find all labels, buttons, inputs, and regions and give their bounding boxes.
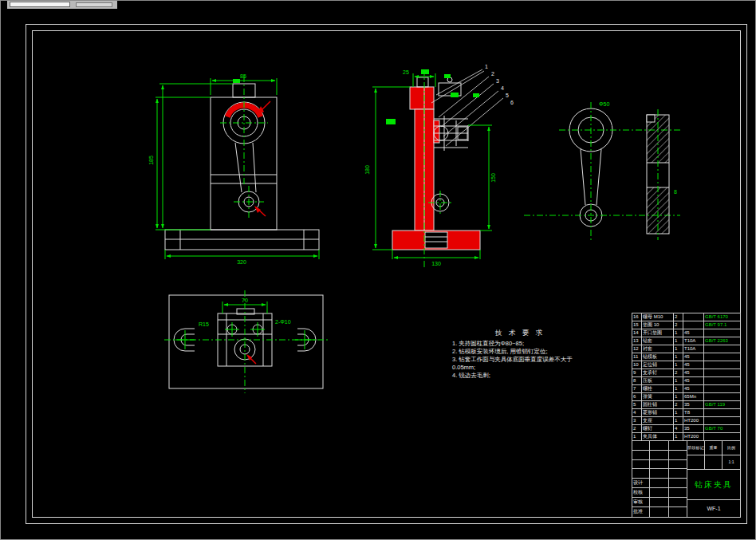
callout-5: 5 xyxy=(506,93,509,98)
bom-name: 钻模板 xyxy=(642,353,674,361)
front-view: 85 185 320 xyxy=(148,73,319,265)
bom-row: 11 钻模板 1 45 xyxy=(632,353,740,361)
bom-no: 9 xyxy=(632,369,642,376)
dim-rod-dia: Φ50 xyxy=(599,101,609,107)
bom-no: 1 xyxy=(632,433,642,440)
bom-note: GB/T 119 xyxy=(704,401,740,408)
bom-name: 开口垫圈 xyxy=(642,329,674,337)
bom-name: 螺母 M10 xyxy=(642,313,674,321)
bom-material: 45 xyxy=(683,369,704,376)
bom-note xyxy=(704,377,740,384)
dim-bar-w: 8 xyxy=(674,189,677,195)
bom-no: 8 xyxy=(632,377,642,384)
dim-plan-right: 2-Φ10 xyxy=(275,319,291,325)
bom-row: 8 压板 1 45 xyxy=(632,377,740,385)
bom-name: 衬套 xyxy=(642,345,674,353)
tech-line: 3. 钻套工作面与夹具体底面垂直度误差不大于 xyxy=(452,356,588,364)
bom-qty: 1 xyxy=(674,353,683,361)
bom-qty: 1 xyxy=(674,337,683,345)
bom-material: 35 xyxy=(683,401,704,408)
bom-row: 2 螺钉 4 35 GB/T 70 xyxy=(632,425,740,433)
bom-material: T10A xyxy=(683,337,704,345)
bom-name: 垫圈 10 xyxy=(642,321,674,329)
dim-sec-right: 150 xyxy=(490,173,496,183)
tech-line: 1. 夹持圆柱直径为Φ80~85; xyxy=(452,340,588,348)
technical-requirements: 技 术 要 求 1. 夹持圆柱直径为Φ80~85; 2. 钻模板安装环境后, 用… xyxy=(452,329,588,380)
tech-line: 2. 钻模板安装环境后, 用锥销钉定位; xyxy=(452,348,588,356)
bom-note xyxy=(704,345,740,353)
title-block-area: 16 螺母 M10 2 GB/T 6170 15 垫圈 10 2 GB/T 97… xyxy=(632,313,741,518)
bom-note: GB/T 97.1 xyxy=(704,321,740,329)
callout-4: 4 xyxy=(501,85,504,91)
bom-name: 钻套 xyxy=(642,337,674,345)
drawing-number: WF-1 xyxy=(687,500,740,517)
bom-material: 45 xyxy=(683,329,704,337)
bom-no: 5 xyxy=(632,401,642,408)
bom-qty: 2 xyxy=(674,401,683,408)
section-red-body xyxy=(392,87,480,250)
bom-row: 5 圆柱销 2 35 GB/T 119 xyxy=(632,401,740,409)
dim-front-top: 85 xyxy=(240,73,246,79)
bom-qty: 1 xyxy=(674,409,683,416)
bom-row: 15 垫圈 10 2 GB/T 97.1 xyxy=(632,321,740,329)
bom-no: 4 xyxy=(632,409,642,416)
bom-material: 45 xyxy=(683,361,704,369)
bom-note xyxy=(704,417,740,424)
bom-no: 3 xyxy=(632,417,642,424)
bom-material: HT200 xyxy=(683,417,704,424)
bom-material: 65Mn xyxy=(683,393,704,400)
bom-no: 13 xyxy=(632,337,642,345)
bom-row: 13 钻套 1 T10A GB/T 2263 xyxy=(632,337,740,345)
callout-6: 6 xyxy=(510,100,514,105)
title-block-signoff: 设计 校核 审核 批准 xyxy=(632,441,687,517)
bom-row: 14 开口垫圈 1 45 xyxy=(632,329,740,337)
plan-boundary xyxy=(169,295,323,388)
bom-note xyxy=(704,353,740,361)
bom-no: 2 xyxy=(632,425,642,432)
bom-no: 15 xyxy=(632,321,642,329)
bom-material: 45 xyxy=(683,353,704,361)
bom-note xyxy=(704,329,740,337)
bom-no: 11 xyxy=(632,353,642,361)
label-stage: 阶段标记 xyxy=(687,441,705,455)
bom-material xyxy=(683,321,704,329)
bom-row: 7 螺栓 1 45 xyxy=(632,385,740,393)
drawing-title: 钻床夹具 xyxy=(687,470,740,500)
dim-sec-bottom: 130 xyxy=(431,261,441,266)
bom-qty: 1 xyxy=(674,345,683,353)
bom-qty: 1 xyxy=(674,385,683,392)
label-weight: 重量 xyxy=(705,441,723,455)
bom-no: 6 xyxy=(632,393,642,400)
bom-no: 10 xyxy=(632,361,642,369)
bom-no: 7 xyxy=(632,385,642,392)
bom-qty: 1 xyxy=(674,433,683,440)
dim-front-left: 185 xyxy=(148,156,154,165)
callout-1: 1 xyxy=(485,64,488,69)
bom-row: 16 螺母 M10 2 GB/T 6170 xyxy=(632,313,740,321)
bom-note xyxy=(704,393,740,400)
bom-qty: 2 xyxy=(674,369,683,376)
tech-line: 4. 锐边去毛刺; xyxy=(452,372,588,380)
dim-front-bottom: 320 xyxy=(237,259,246,265)
label-check: 校核 xyxy=(632,488,650,497)
dim-plan-left: R15 xyxy=(199,321,209,327)
bom-row: 10 定位销 1 45 xyxy=(632,361,740,369)
bar-section-view: 8 xyxy=(647,109,677,240)
bom-name: 螺钉 xyxy=(642,425,674,432)
bom-no: 14 xyxy=(632,329,642,337)
bom-material: 45 xyxy=(683,385,704,392)
label-scale: 比例 xyxy=(723,441,740,455)
label-approve: 批准 xyxy=(632,507,650,517)
bom-name: 定位销 xyxy=(642,361,674,369)
bom-qty: 1 xyxy=(674,417,683,424)
bom-material: HT200 xyxy=(683,433,704,440)
bom-note xyxy=(704,361,740,369)
dim-sec-top: 25 xyxy=(403,69,409,75)
bom-name: 螺栓 xyxy=(642,385,674,392)
bom-qty: 2 xyxy=(674,313,683,321)
bom-note xyxy=(704,433,740,440)
bom-no: 16 xyxy=(632,313,642,321)
plan-view: 70 R15 2-Φ10 xyxy=(164,290,328,393)
bom-name: 支座 xyxy=(642,417,674,424)
bom-note: GB/T 70 xyxy=(704,425,740,432)
